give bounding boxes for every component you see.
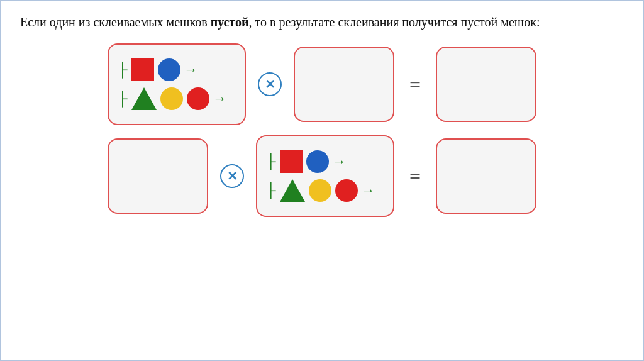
bag-empty-middle-1 xyxy=(294,47,394,122)
bag-empty-result-2 xyxy=(436,138,536,214)
bag-filled-2: ├ → ├ → xyxy=(256,135,394,217)
shape-circle-yellow-1 xyxy=(160,87,183,110)
otimes-icon-1: ✕ xyxy=(258,72,282,96)
shape-square-2 xyxy=(280,150,303,173)
operator-1: ✕ xyxy=(257,72,282,96)
bag-row-top-1: ├ → xyxy=(118,58,227,81)
bag-row-bottom-1: ├ → xyxy=(118,87,227,110)
equals-1: = xyxy=(406,73,425,96)
header-text-part2: , то в результате склеивания получится п… xyxy=(249,15,540,29)
shape-circle-blue-2 xyxy=(306,150,329,173)
bag-empty-left-2 xyxy=(108,138,208,214)
arrow-right-icon-1: → xyxy=(184,62,198,78)
arrow-right-icon-3: → xyxy=(333,153,347,170)
shape-triangle-2 xyxy=(280,179,305,202)
arrow-left-icon-1: ├ xyxy=(118,62,128,78)
header-text-bold: пустой xyxy=(211,15,249,29)
shape-square-1 xyxy=(131,58,154,81)
shape-circle-red-1 xyxy=(187,87,209,110)
arrow-left-icon-3: ├ xyxy=(266,153,276,170)
bag-empty-result-1 xyxy=(436,47,536,122)
equation-row-1: ├ → ├ → ✕ = xyxy=(20,43,624,125)
equation-row-2: ✕ ├ → ├ → = xyxy=(20,135,624,217)
arrow-right-icon-4: → xyxy=(362,182,375,199)
arrow-right-icon-2: → xyxy=(213,91,227,107)
bag-row-top-2: ├ → xyxy=(266,150,375,173)
bag-filled-1: ├ → ├ → xyxy=(108,43,246,125)
bag-row-bottom-2: ├ → xyxy=(266,179,375,202)
shape-circle-blue-1 xyxy=(158,58,180,81)
operator-2: ✕ xyxy=(219,164,245,188)
otimes-icon-2: ✕ xyxy=(220,164,244,188)
shape-circle-red-2 xyxy=(335,179,358,202)
shape-circle-yellow-2 xyxy=(309,179,331,202)
arrow-left-icon-4: ├ xyxy=(266,182,276,199)
header-text: Если один из склеиваемых мешков пустой, … xyxy=(20,13,624,32)
arrow-left-icon-2: ├ xyxy=(118,91,128,107)
header-text-part1: Если один из склеиваемых мешков xyxy=(20,15,211,29)
shape-triangle-1 xyxy=(131,87,157,110)
equations-container: ├ → ├ → ✕ = ✕ xyxy=(20,43,624,217)
equals-2: = xyxy=(406,165,425,188)
